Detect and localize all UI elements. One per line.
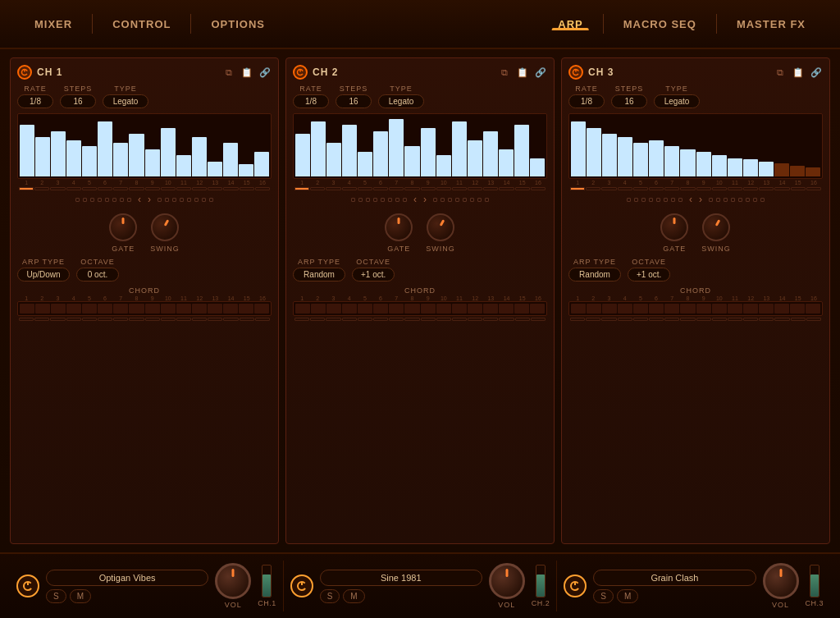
page-dot-4-ch1[interactable] bbox=[98, 198, 102, 202]
page-dot2-2-ch1[interactable] bbox=[165, 198, 169, 202]
chord-cell-ch1-7[interactable] bbox=[129, 304, 144, 314]
chord-cell-ch3-9[interactable] bbox=[712, 304, 727, 314]
page-dot2-2-ch3[interactable] bbox=[716, 198, 720, 202]
seq-dot-ch1-3[interactable] bbox=[66, 187, 81, 190]
seq-bar-ch2-6[interactable] bbox=[389, 119, 404, 176]
seq-bar-ch3-13[interactable] bbox=[774, 163, 789, 176]
octave-value-ch1[interactable]: 0 oct. bbox=[76, 268, 119, 282]
seq-bar-ch2-3[interactable] bbox=[342, 125, 357, 176]
chord-dot-ch3-1[interactable] bbox=[586, 318, 600, 321]
seq-bar-ch3-5[interactable] bbox=[649, 140, 664, 176]
chord-cell-ch3-14[interactable] bbox=[790, 304, 805, 314]
seq-dot-ch2-9[interactable] bbox=[436, 187, 451, 190]
seq-dot-ch1-1[interactable] bbox=[34, 187, 49, 190]
seq-dot-ch2-14[interactable] bbox=[515, 187, 530, 190]
seq-next-ch3[interactable]: › bbox=[699, 194, 702, 205]
chord-dot-ch2-3[interactable] bbox=[342, 318, 357, 321]
chord-cell-ch3-6[interactable] bbox=[664, 304, 679, 314]
seq-dot-ch1-5[interactable] bbox=[98, 187, 112, 190]
chord-dot-ch2-2[interactable] bbox=[326, 318, 340, 321]
chord-cell-ch3-4[interactable] bbox=[633, 304, 648, 314]
seq-dot-ch2-2[interactable] bbox=[326, 187, 340, 190]
seq-bar-ch1-5[interactable] bbox=[98, 121, 112, 176]
chord-cell-ch1-3[interactable] bbox=[66, 304, 81, 314]
chord-cell-ch2-3[interactable] bbox=[342, 304, 357, 314]
page-dot-1-ch3[interactable] bbox=[627, 198, 631, 202]
mute-btn-ch1[interactable]: M bbox=[70, 589, 91, 603]
page-dot2-6-ch2[interactable] bbox=[470, 198, 474, 202]
paste-icon-ch3[interactable]: 📋 bbox=[792, 66, 805, 79]
chord-dot-ch3-10[interactable] bbox=[728, 318, 742, 321]
seq-dot-ch3-7[interactable] bbox=[680, 187, 695, 190]
chord-cell-ch1-8[interactable] bbox=[145, 304, 160, 314]
seq-bar-ch3-10[interactable] bbox=[728, 158, 742, 176]
page-dot-3-ch3[interactable] bbox=[641, 198, 646, 202]
page-dot-7-ch1[interactable] bbox=[120, 198, 124, 202]
chord-dot-ch2-10[interactable] bbox=[452, 318, 467, 321]
page-dot-5-ch3[interactable] bbox=[656, 198, 660, 202]
chord-cell-ch3-0[interactable] bbox=[571, 304, 586, 314]
chord-dot-ch1-12[interactable] bbox=[208, 318, 222, 321]
seq-bar-ch3-4[interactable] bbox=[633, 143, 648, 176]
paste-icon-ch2[interactable]: 📋 bbox=[516, 66, 529, 79]
chord-cell-ch2-11[interactable] bbox=[468, 304, 482, 314]
type-value-ch3[interactable]: Legato bbox=[654, 94, 700, 108]
chord-cell-ch2-4[interactable] bbox=[358, 304, 372, 314]
rate-value-ch3[interactable]: 1/8 bbox=[568, 94, 605, 108]
bottom-power-ch3[interactable] bbox=[564, 575, 587, 597]
chord-dot-ch1-1[interactable] bbox=[34, 318, 49, 321]
seq-dot-ch1-12[interactable] bbox=[208, 187, 222, 190]
arp-type-value-ch1[interactable]: Up/Down bbox=[17, 268, 70, 282]
steps-value-ch3[interactable]: 16 bbox=[611, 94, 647, 108]
seq-dot-ch3-5[interactable] bbox=[649, 187, 664, 190]
page-dot2-1-ch3[interactable] bbox=[709, 198, 713, 202]
power-button-ch3[interactable] bbox=[568, 65, 583, 80]
chord-cell-ch2-8[interactable] bbox=[421, 304, 436, 314]
chord-cell-ch1-0[interactable] bbox=[20, 304, 34, 314]
seq-dot-ch1-6[interactable] bbox=[113, 187, 128, 190]
seq-bar-ch1-14[interactable] bbox=[239, 164, 253, 176]
chord-cell-ch2-10[interactable] bbox=[452, 304, 467, 314]
page-dot2-5-ch2[interactable] bbox=[463, 198, 467, 202]
vol-fader-ch1[interactable] bbox=[262, 565, 272, 597]
seq-bar-ch2-4[interactable] bbox=[358, 152, 372, 176]
seq-dot-ch3-3[interactable] bbox=[618, 187, 632, 190]
page-dot-6-ch1[interactable] bbox=[112, 198, 116, 202]
chord-dot-ch3-3[interactable] bbox=[618, 318, 632, 321]
copy-icon-ch1[interactable]: ⧉ bbox=[222, 66, 235, 79]
chord-cell-ch3-7[interactable] bbox=[680, 304, 695, 314]
solo-btn-ch3[interactable]: S bbox=[593, 589, 614, 603]
page-dot-8-ch1[interactable] bbox=[127, 198, 131, 202]
power-button-ch2[interactable] bbox=[293, 65, 308, 80]
seq-dot-ch3-2[interactable] bbox=[601, 187, 616, 190]
gate-knob-ch1[interactable] bbox=[109, 213, 137, 241]
nav-options[interactable]: OPTIONS bbox=[193, 0, 283, 48]
chord-cell-ch1-14[interactable] bbox=[239, 304, 253, 314]
seq-bar-ch3-1[interactable] bbox=[587, 128, 601, 176]
seq-dot-ch3-0[interactable] bbox=[570, 187, 585, 190]
chord-cell-ch3-15[interactable] bbox=[806, 304, 820, 314]
seq-next-ch1[interactable]: › bbox=[148, 194, 151, 205]
seq-dot-ch1-14[interactable] bbox=[240, 187, 254, 190]
chord-dot-ch1-0[interactable] bbox=[19, 318, 34, 321]
page-dot2-7-ch1[interactable] bbox=[202, 198, 206, 202]
paste-icon-ch1[interactable]: 📋 bbox=[240, 66, 253, 79]
seq-dot-ch1-15[interactable] bbox=[255, 187, 270, 190]
seq-dot-ch3-9[interactable] bbox=[712, 187, 727, 190]
chord-dot-ch3-7[interactable] bbox=[680, 318, 695, 321]
page-dot-4-ch2[interactable] bbox=[373, 198, 377, 202]
nav-arp[interactable]: ARP bbox=[540, 18, 600, 30]
seq-dot-ch3-14[interactable] bbox=[791, 187, 806, 190]
chord-cell-ch1-12[interactable] bbox=[208, 304, 222, 314]
seq-bar-ch2-7[interactable] bbox=[404, 146, 419, 176]
chord-cell-ch3-1[interactable] bbox=[587, 304, 601, 314]
chord-dot-ch2-11[interactable] bbox=[468, 318, 482, 321]
seq-dot-ch1-8[interactable] bbox=[145, 187, 160, 190]
seq-prev-ch1[interactable]: ‹ bbox=[138, 194, 141, 205]
seq-bar-ch3-0[interactable] bbox=[571, 121, 586, 176]
seq-next-ch2[interactable]: › bbox=[423, 194, 427, 205]
page-dot-5-ch1[interactable] bbox=[105, 198, 109, 202]
seq-bar-ch2-12[interactable] bbox=[483, 131, 498, 177]
seq-bar-ch3-14[interactable] bbox=[790, 166, 805, 176]
seq-dot-ch3-4[interactable] bbox=[633, 187, 648, 190]
